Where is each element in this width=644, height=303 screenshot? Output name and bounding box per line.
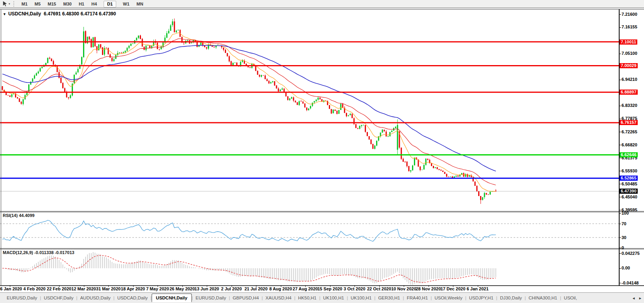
time-axis-label: 7 May 2020 — [146, 286, 169, 291]
time-axis-label: 22 Feb 2020 — [47, 286, 71, 291]
chart-window: ▼USDCNH,Daily 6.47691 6.48300 6.47174 6.… — [0, 9, 644, 292]
level-price-label: 7.00029 — [620, 63, 638, 68]
rsi-indicator-pane[interactable] — [0, 212, 619, 248]
chart-tab-usoil[interactable]: USOil, — [561, 295, 580, 301]
time-axis-label: 26 May 2020 — [169, 286, 195, 291]
main-chart-pane[interactable] — [0, 9, 619, 211]
macd-axis-tick — [619, 253, 621, 254]
pane-separator[interactable] — [0, 248, 644, 249]
chart-tab-fra40-h1[interactable]: FRA40,H1 — [404, 295, 431, 301]
chart-title-symbol: USDCNH,Daily — [8, 11, 41, 17]
cursor-tool-icon[interactable] — [2, 1, 8, 7]
timeframe-h1-button[interactable]: H1 — [75, 1, 88, 7]
time-axis-label: 8 Aug 2020 — [269, 286, 292, 291]
rsi-axis-label: 30 — [622, 235, 626, 240]
macd-indicator-pane[interactable] — [0, 250, 619, 285]
time-axis-label: 13 Jun 2020 — [195, 286, 219, 291]
price-axis-label: 6.50485 — [622, 181, 637, 187]
tab-scroll-right-icon[interactable]: ► — [638, 296, 642, 300]
chart-tab-eurusd-daily[interactable]: EURUSD,Daily — [4, 295, 40, 301]
chart-title-ohlc: 6.47691 6.48300 6.47174 6.47390 — [44, 11, 116, 17]
price-axis-tick — [619, 184, 621, 184]
chart-tab-uk100-h1[interactable]: UK100,H1 — [348, 295, 374, 301]
price-axis-tick — [619, 171, 621, 171]
price-axis-tick — [619, 106, 621, 106]
chart-tab-china300-h1[interactable]: CHINA300,H1 — [526, 295, 560, 301]
time-axis-label: 12 Mar 2020 — [71, 286, 96, 291]
time-axis-label: 16 Jan 2020 — [0, 286, 22, 291]
price-axis-tick — [619, 158, 621, 158]
symbol-dropdown-icon[interactable]: ▼ — [3, 12, 6, 16]
chart-tab-dj30-daily[interactable]: DJ30,Daily — [497, 295, 525, 301]
price-axis-label: 7.21600 — [622, 12, 637, 17]
level-price-label: 6.52865 — [620, 176, 638, 181]
price-axis-label: 6.45040 — [622, 195, 637, 200]
timeframe-h4-button[interactable]: H4 — [88, 1, 100, 7]
timeframe-d1-button[interactable]: D1 — [104, 1, 116, 7]
chart-tab-gbpusd-h4[interactable]: GBPUSD,H4 — [230, 295, 262, 301]
time-axis-label: 18 Apr 2020 — [121, 286, 145, 291]
price-axis-label: 7.16155 — [622, 24, 637, 30]
price-axis-label: 7.05100 — [622, 51, 637, 56]
toolbar-grip-handle[interactable] — [13, 1, 15, 7]
macd-axis-label: -0.04148 — [622, 281, 638, 286]
chart-tab-usdjpy-h1[interactable]: USDJPY,H1 — [466, 295, 496, 301]
price-axis-tick — [619, 80, 621, 80]
timeframe-w1-button[interactable]: W1 — [119, 1, 133, 7]
chart-tab-usdcnh-daily[interactable]: USDCNH,Daily — [152, 294, 192, 302]
rsi-axis-tick — [619, 238, 621, 238]
price-axis-tick — [619, 54, 621, 54]
time-axis-label: 10 Nov 2020 — [391, 286, 416, 291]
tab-scroll-left-icon[interactable]: ◄ — [632, 296, 635, 300]
timeframe-buttons: M1M5M15M30H1H4D1W1MN — [18, 0, 147, 7]
timeframe-toolbar: ▾ M1M5M15M30H1H4D1W1MN — [0, 0, 644, 8]
time-axis-label: 2 Jul 2020 — [221, 286, 242, 291]
chart-tab-uk100-h1[interactable]: UK100,H1 — [320, 295, 347, 301]
chart-tab-bar: EURUSD,Daily|USDCHF,Daily|AUDUSD,Daily|U… — [0, 292, 644, 303]
price-axis-label: 6.72265 — [622, 129, 637, 135]
price-axis-tick — [619, 145, 621, 145]
pane-separator — [0, 249, 644, 249]
chart-tab-usoil-weekly[interactable]: USOil,Weekly — [432, 295, 465, 301]
timeframe-mn-button[interactable]: MN — [133, 1, 147, 7]
cursor-tool-dropdown-icon[interactable]: ▾ — [9, 2, 10, 6]
timeframe-m5-button[interactable]: M5 — [31, 1, 44, 7]
level-price-label: 6.62646 — [620, 152, 638, 157]
chart-tab-usdcad-daily[interactable]: USDCAD,Daily — [115, 295, 150, 301]
rsi-axis-label: 70 — [622, 221, 626, 226]
time-axis-label: 6 Jan 2021 — [467, 286, 489, 291]
chart-tabs: EURUSD,Daily|USDCHF,Daily|AUDUSD,Daily|U… — [4, 294, 580, 302]
level-price-label: 6.76157 — [620, 120, 638, 125]
time-axis-label: 17 Dec 2020 — [441, 286, 466, 291]
chart-tab-eurusd-daily[interactable]: EURUSD,Daily — [193, 295, 229, 301]
time-axis-label: 22 Oct 2020 — [367, 286, 391, 291]
tab-navigation: ◄ ► — [629, 293, 642, 303]
price-axis-tick — [619, 119, 621, 119]
chart-tab-audusd-daily[interactable]: AUDUSD,Daily — [77, 295, 113, 301]
timeframe-m1-button[interactable]: M1 — [18, 1, 31, 7]
time-axis-label: 27 Aug 2020 — [293, 286, 318, 291]
time-axis-label: 21 Jul 2020 — [245, 286, 268, 291]
chart-tab-xauusd-h4[interactable]: XAUUSD,H4 — [263, 295, 294, 301]
chart-title: ▼USDCNH,Daily 6.47691 6.48300 6.47174 6.… — [3, 11, 116, 17]
chart-top-border — [0, 9, 644, 9]
chart-tab-hk50-h1[interactable]: HK50,H1 — [295, 295, 319, 301]
price-axis-border[interactable] — [619, 9, 620, 286]
rsi-axis-tick — [619, 248, 621, 248]
time-axis-label: 15 Sep 2020 — [317, 286, 342, 291]
rsi-axis-tick — [619, 224, 621, 224]
price-axis-tick — [619, 210, 621, 210]
price-axis-label: 6.83320 — [622, 103, 637, 108]
timeframe-m30-button[interactable]: M30 — [59, 1, 75, 7]
chart-tab-usdchf-daily[interactable]: USDCHF,Daily — [41, 295, 76, 301]
chart-tab-ger30-h1[interactable]: GER30,H1 — [375, 295, 403, 301]
level-price-label: 6.88897 — [620, 90, 638, 95]
price-axis-tick — [619, 132, 621, 132]
cursor-arrow-icon — [2, 1, 8, 7]
current-price-label: 6.47390 — [620, 189, 638, 194]
macd-axis-label: 0.042275 — [622, 251, 640, 256]
rsi-label: RSI(14) 44.4099 — [3, 213, 35, 218]
pane-separator — [0, 212, 644, 212]
timeframe-m15-button[interactable]: M15 — [44, 1, 59, 7]
pane-separator[interactable] — [0, 211, 644, 211]
